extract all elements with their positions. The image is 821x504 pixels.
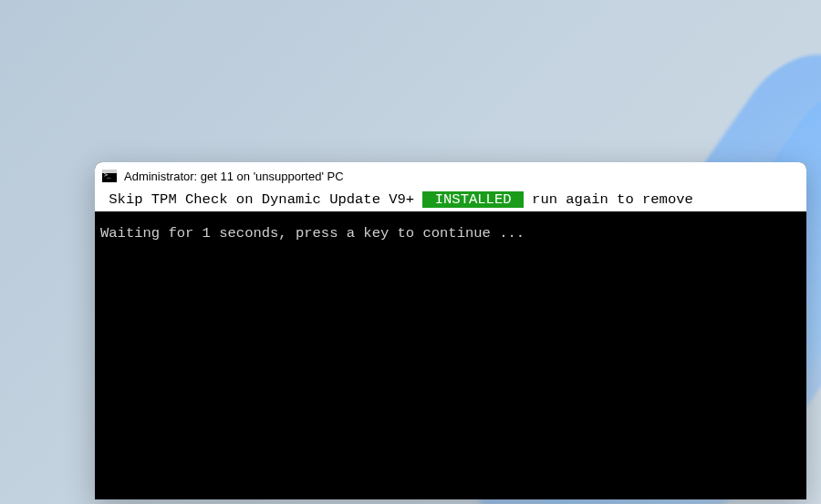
- window-title: Administrator: get 11 on 'unsupported' P…: [124, 170, 344, 183]
- titlebar[interactable]: Administrator: get 11 on 'unsupported' P…: [95, 162, 806, 190]
- cmd-icon: [102, 170, 117, 182]
- console-area[interactable]: Skip TPM Check on Dynamic Update V9+ INS…: [95, 190, 806, 499]
- status-prefix: Skip TPM Check on Dynamic Update V9+: [100, 191, 422, 208]
- status-line: Skip TPM Check on Dynamic Update V9+ INS…: [95, 190, 806, 211]
- status-suffix: run again to remove: [524, 191, 701, 208]
- console-output-line: Waiting for 1 seconds, press a key to co…: [95, 211, 806, 243]
- command-prompt-window: Administrator: get 11 on 'unsupported' P…: [95, 162, 806, 499]
- installed-badge: INSTALLED: [422, 191, 523, 208]
